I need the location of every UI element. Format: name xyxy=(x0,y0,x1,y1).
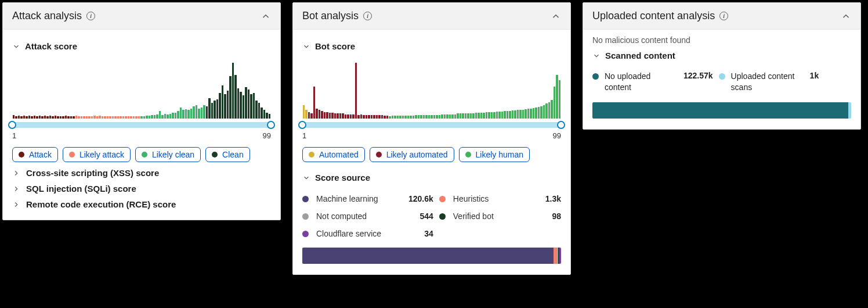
chart-bar xyxy=(491,112,493,119)
chart-bar xyxy=(392,116,394,119)
chart-bar xyxy=(342,113,344,119)
section-scanned-content-toggle[interactable]: Scanned content xyxy=(592,45,851,64)
bot-score-slider[interactable] xyxy=(302,122,561,128)
legend-dot-icon xyxy=(69,152,75,157)
chart-bar xyxy=(538,107,540,119)
chart-bar xyxy=(545,103,548,119)
chart-bar xyxy=(378,115,381,119)
panel-attack: Attack analysis i Attack score 1 99 Atta… xyxy=(2,2,281,220)
chart-bar xyxy=(161,115,164,119)
info-icon[interactable]: i xyxy=(363,12,372,20)
chart-bar xyxy=(350,114,352,119)
legend-chip[interactable]: Attack xyxy=(12,147,58,162)
source-dot-icon xyxy=(302,231,309,237)
legend-chip[interactable]: Clean xyxy=(205,147,250,162)
bot-range-min: 1 xyxy=(302,131,306,140)
chart-bar xyxy=(501,112,504,119)
chart-bar xyxy=(504,111,506,119)
chart-bar xyxy=(55,116,57,119)
panel-attack-header[interactable]: Attack analysis i xyxy=(3,3,280,30)
chart-bar xyxy=(107,116,109,119)
expander-row[interactable]: SQL injection (SQLi) score xyxy=(12,178,271,194)
expander-label: Cross-site scripting (XSS) score xyxy=(26,168,159,178)
chart-bar xyxy=(222,85,224,119)
chart-bar xyxy=(245,87,247,119)
source-label: Machine learning xyxy=(316,194,403,203)
chart-bar xyxy=(117,116,120,119)
chart-bar xyxy=(319,110,321,119)
legend-chip[interactable]: Likely human xyxy=(459,147,530,162)
chart-bar xyxy=(436,115,438,119)
score-source-list: Machine learning120.6kHeuristics1.3kNot … xyxy=(302,194,561,238)
chart-bar xyxy=(18,116,20,119)
chart-bar xyxy=(399,116,402,119)
expander-label: SQL injection (SQLi) score xyxy=(26,184,136,194)
scanned-dot-icon xyxy=(592,73,599,80)
chart-bar xyxy=(355,63,357,119)
chart-bar xyxy=(44,116,46,119)
bot-score-chart xyxy=(302,55,561,119)
chart-bar xyxy=(91,116,93,119)
panel-content-title: Uploaded content analysis xyxy=(592,10,715,22)
legend-chip[interactable]: Likely automated xyxy=(370,147,454,162)
panel-bot-header[interactable]: Bot analysis i xyxy=(293,3,570,30)
chart-bar xyxy=(543,105,545,119)
chart-bar xyxy=(185,109,187,119)
expander-row[interactable]: Cross-site scripting (XSS) score xyxy=(12,162,271,178)
chart-bar xyxy=(196,105,198,119)
legend-chip[interactable]: Likely attack xyxy=(63,147,131,162)
chevron-up-icon[interactable] xyxy=(841,11,851,22)
chart-bar xyxy=(149,116,151,119)
legend-dot-icon xyxy=(212,152,218,157)
section-bot-score-toggle[interactable]: Bot score xyxy=(302,35,561,55)
source-label: Cloudflare service xyxy=(316,229,403,238)
chevron-down-icon xyxy=(12,42,20,51)
chart-bar xyxy=(305,110,308,119)
slider-handle-min[interactable] xyxy=(298,121,306,129)
slider-handle-max[interactable] xyxy=(267,121,275,129)
chart-bar xyxy=(146,116,148,119)
chart-bar xyxy=(308,112,310,119)
legend-dot-icon xyxy=(465,152,471,157)
chevron-down-icon xyxy=(302,42,310,51)
chart-bar xyxy=(407,116,410,119)
scanned-value: 122.57k xyxy=(683,71,713,80)
source-value: 544 xyxy=(408,212,433,221)
legend-chip[interactable]: Likely clean xyxy=(135,147,201,162)
chart-bar xyxy=(120,116,122,119)
chart-bar xyxy=(70,116,73,119)
chart-bar xyxy=(488,112,490,119)
panel-bot: Bot analysis i Bot score 1 99 AutomatedL… xyxy=(292,2,571,275)
source-value: 120.6k xyxy=(408,194,433,203)
source-dot-icon xyxy=(302,196,309,202)
chevron-up-icon[interactable] xyxy=(551,11,561,22)
chart-bar xyxy=(214,101,216,119)
chart-bar xyxy=(130,116,132,119)
chart-bar xyxy=(57,116,59,119)
expander-label: Remote code execution (RCE) score xyxy=(26,199,176,209)
chart-bar xyxy=(227,91,229,119)
chart-bar xyxy=(52,116,54,119)
info-icon[interactable]: i xyxy=(719,12,728,20)
chart-bar xyxy=(441,114,443,119)
legend-chip[interactable]: Automated xyxy=(302,147,365,162)
panel-content-header[interactable]: Uploaded content analysis i xyxy=(583,3,860,30)
chart-bar xyxy=(368,115,370,119)
chart-bar xyxy=(240,92,242,119)
chevron-up-icon[interactable] xyxy=(261,11,271,22)
chart-bar xyxy=(28,116,31,119)
slider-handle-min[interactable] xyxy=(8,121,16,129)
chart-bar xyxy=(373,115,375,119)
section-score-source-toggle[interactable]: Score source xyxy=(302,167,561,186)
chart-bar xyxy=(480,113,483,119)
slider-handle-max[interactable] xyxy=(557,121,565,129)
chevron-down-icon xyxy=(592,52,601,60)
source-dot-icon xyxy=(302,213,309,220)
info-icon[interactable]: i xyxy=(86,12,95,20)
chart-bar xyxy=(366,115,368,119)
chart-bar xyxy=(159,111,161,119)
expander-row[interactable]: Remote code execution (RCE) score xyxy=(12,194,271,209)
section-attack-score-toggle[interactable]: Attack score xyxy=(12,35,271,55)
chart-bar xyxy=(261,108,263,119)
attack-score-slider[interactable] xyxy=(12,122,271,128)
